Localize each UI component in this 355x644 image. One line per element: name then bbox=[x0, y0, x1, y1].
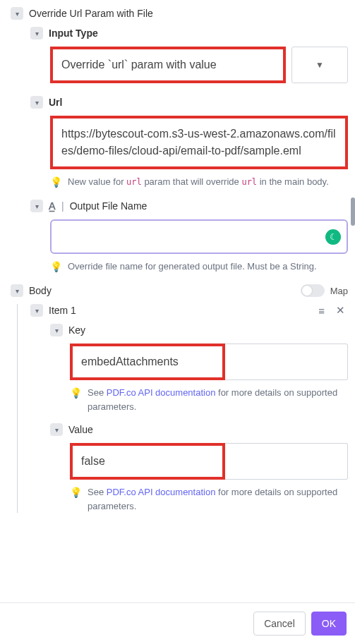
scrollbar[interactable] bbox=[351, 198, 355, 226]
url-input[interactable]: https://bytescout-com.s3-us-west-2.amazo… bbox=[50, 116, 348, 169]
map-label: Map bbox=[330, 286, 348, 296]
value-label: Value bbox=[68, 424, 93, 435]
lightbulb-icon: 💡 bbox=[70, 386, 82, 413]
value-input-extra[interactable] bbox=[225, 443, 348, 480]
ok-button[interactable]: OK bbox=[311, 612, 347, 636]
collapse-toggle[interactable]: ▾ bbox=[30, 27, 43, 40]
collapse-toggle[interactable]: ▾ bbox=[30, 304, 43, 317]
key-hint: See PDF.co API documentation for more de… bbox=[88, 386, 348, 413]
key-label: Key bbox=[68, 324, 85, 336]
collapse-toggle[interactable]: ▾ bbox=[30, 96, 43, 109]
collapse-toggle[interactable]: ▾ bbox=[30, 200, 43, 212]
chevron-down-icon: ▼ bbox=[315, 60, 324, 70]
input-type-label: Input Type bbox=[49, 28, 98, 39]
cancel-button[interactable]: Cancel bbox=[253, 612, 306, 636]
menu-icon[interactable]: ≡ bbox=[315, 305, 327, 317]
api-doc-link[interactable]: PDF.co API documentation bbox=[107, 487, 216, 497]
moon-icon[interactable]: ☾ bbox=[325, 229, 341, 245]
lightbulb-icon: 💡 bbox=[50, 175, 62, 190]
map-toggle[interactable] bbox=[301, 284, 325, 297]
body-label: Body bbox=[29, 285, 52, 296]
value-hint: See PDF.co API documentation for more de… bbox=[88, 485, 348, 513]
output-file-input[interactable] bbox=[57, 225, 325, 248]
collapse-toggle[interactable]: ▾ bbox=[50, 423, 63, 436]
key-input[interactable]: embedAttachments bbox=[70, 344, 225, 380]
url-hint: New value for url param that will overri… bbox=[68, 175, 329, 190]
input-type-value[interactable]: Override `url` param with value bbox=[50, 47, 286, 83]
collapse-toggle[interactable]: ▾ bbox=[11, 284, 23, 297]
output-file-input-wrap[interactable]: ☾ bbox=[50, 219, 348, 254]
api-doc-link[interactable]: PDF.co API documentation bbox=[107, 387, 216, 398]
font-icon: A̲ bbox=[49, 200, 56, 212]
url-label: Url bbox=[49, 97, 62, 108]
lightbulb-icon: 💡 bbox=[50, 260, 62, 274]
key-input-extra[interactable] bbox=[225, 344, 348, 380]
output-file-label: Output File Name bbox=[70, 200, 148, 212]
item1-label: Item 1 bbox=[49, 305, 76, 316]
lightbulb-icon: 💡 bbox=[70, 485, 82, 513]
collapse-toggle[interactable]: ▾ bbox=[50, 324, 63, 336]
output-file-hint: Override file name for generated output … bbox=[68, 260, 317, 274]
override-section-label: Override Url Param with File bbox=[29, 8, 153, 19]
collapse-toggle[interactable]: ▾ bbox=[11, 7, 23, 20]
value-input[interactable]: false bbox=[70, 443, 225, 480]
close-icon[interactable]: ✕ bbox=[333, 304, 348, 317]
input-type-dropdown[interactable]: ▼ bbox=[291, 47, 348, 83]
